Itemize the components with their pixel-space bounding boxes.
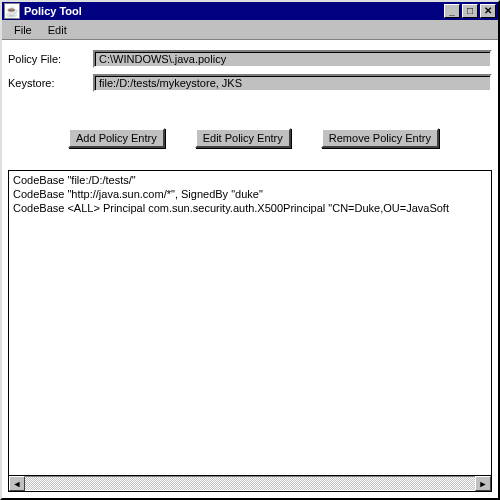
scroll-left-button[interactable]: ◄	[9, 476, 25, 491]
keystore-input[interactable]: file:/D:/tests/mykeystore, JKS	[93, 74, 492, 92]
remove-policy-entry-button[interactable]: Remove Policy Entry	[321, 128, 439, 148]
close-button[interactable]: ✕	[480, 4, 496, 18]
list-item[interactable]: CodeBase "file:/D:/tests/"	[13, 173, 487, 187]
window-title: Policy Tool	[24, 5, 442, 17]
policy-file-row: Policy File: C:\WINDOWS\.java.policy	[8, 50, 492, 68]
policy-file-label: Policy File:	[8, 53, 93, 65]
horizontal-scrollbar[interactable]: ◄ ►	[8, 476, 492, 492]
edit-policy-entry-button[interactable]: Edit Policy Entry	[195, 128, 291, 148]
titlebar: ☕ Policy Tool _ □ ✕	[2, 2, 498, 20]
policy-file-value: C:\WINDOWS\.java.policy	[99, 53, 226, 65]
client-area: Policy File: C:\WINDOWS\.java.policy Key…	[2, 40, 498, 498]
policy-file-input[interactable]: C:\WINDOWS\.java.policy	[93, 50, 492, 68]
minimize-button[interactable]: _	[444, 4, 460, 18]
maximize-button[interactable]: □	[462, 4, 478, 18]
scroll-right-button[interactable]: ►	[475, 476, 491, 491]
menubar: File Edit	[2, 20, 498, 40]
list-item[interactable]: CodeBase "http://java.sun.com/*", Signed…	[13, 187, 487, 201]
button-row: Add Policy Entry Edit Policy Entry Remov…	[68, 128, 492, 148]
arrow-left-icon: ◄	[13, 479, 22, 489]
list-item[interactable]: CodeBase <ALL> Principal com.sun.securit…	[13, 201, 487, 215]
java-icon: ☕	[4, 3, 20, 19]
scroll-track[interactable]	[25, 476, 475, 491]
menu-edit[interactable]: Edit	[40, 23, 75, 37]
keystore-label: Keystore:	[8, 77, 93, 89]
keystore-value: file:/D:/tests/mykeystore, JKS	[99, 77, 242, 89]
policy-entries-listbox[interactable]: CodeBase "file:/D:/tests/" CodeBase "htt…	[8, 170, 492, 476]
policy-tool-window: ☕ Policy Tool _ □ ✕ File Edit Policy Fil…	[0, 0, 500, 500]
menu-file[interactable]: File	[6, 23, 40, 37]
keystore-row: Keystore: file:/D:/tests/mykeystore, JKS	[8, 74, 492, 92]
window-buttons: _ □ ✕	[442, 4, 496, 18]
policy-entries-content: CodeBase "file:/D:/tests/" CodeBase "htt…	[9, 171, 491, 475]
arrow-right-icon: ►	[479, 479, 488, 489]
add-policy-entry-button[interactable]: Add Policy Entry	[68, 128, 165, 148]
